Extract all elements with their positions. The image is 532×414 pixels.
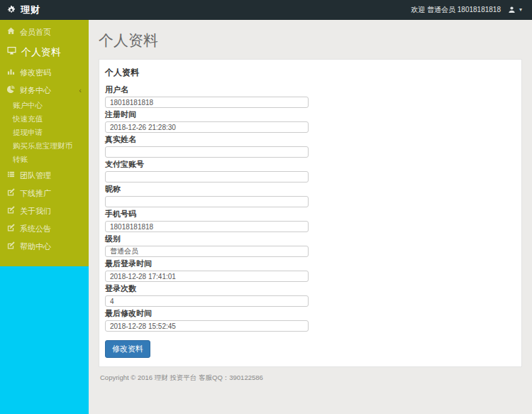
sidebar-subitem-transfer[interactable]: 转账 (0, 153, 89, 166)
sidebar-menu: 会员首页 个人资料 修改密码 财务中心 ‹ 账户中心 快速充值 提现申请 (0, 20, 89, 266)
edit-icon (7, 241, 15, 251)
sidebar-subitem-account-center[interactable]: 账户中心 (0, 99, 89, 112)
field-label: 登录次数 (105, 285, 516, 293)
real-name-field[interactable] (105, 146, 309, 158)
sidebar-item-help-center[interactable]: 帮助中心 (0, 237, 89, 255)
sidebar-item-label: 系统公告 (20, 224, 51, 233)
sidebar-item-label: 团队管理 (20, 171, 51, 180)
sidebar-item-about-us[interactable]: 关于我们 (0, 202, 89, 219)
form-group-register-time: 注册时间 (105, 111, 516, 133)
form-group-last-login-time: 最后登录时间 (105, 260, 516, 282)
sidebar-item-label: 下线推广 (20, 189, 51, 197)
sidebar-item-profile[interactable]: 个人资料 (0, 40, 89, 63)
username-field[interactable] (105, 97, 309, 108)
edit-icon (7, 188, 15, 197)
edit-icon (7, 224, 15, 233)
finance-submenu: 账户中心 快速充值 提现申请 购买乐息宝理财币 转账 (0, 99, 89, 166)
user-icon (508, 6, 516, 15)
form-group-phone-number: 手机号码 (105, 210, 516, 232)
sidebar-subitem-buy-wealth-coin[interactable]: 购买乐息宝理财币 (0, 139, 89, 153)
sidebar-item-downline-promotion[interactable]: 下线推广 (0, 184, 89, 202)
field-label: 昵称 (105, 185, 516, 193)
form-group-member-level: 级别 (105, 235, 516, 257)
login-count-field[interactable] (105, 295, 309, 307)
page-title: 个人资料 (99, 31, 522, 50)
sidebar: 会员首页 个人资料 修改密码 财务中心 ‹ 账户中心 快速充值 提现申请 (0, 20, 89, 414)
sidebar-item-label: 关于我们 (20, 207, 51, 215)
footer-text: Copyright © 2016 理财 投资平台 客服QQ：390122586 (99, 367, 522, 389)
caret-down-icon: ▾ (519, 7, 522, 13)
sidebar-subitem-quick-recharge[interactable]: 快速充值 (0, 112, 89, 126)
sidebar-item-label: 会员首页 (20, 28, 51, 36)
sidebar-item-label: 帮助中心 (20, 242, 51, 251)
gear-icon (7, 6, 16, 14)
home-icon (7, 27, 15, 36)
angle-left-icon: ‹ (79, 86, 82, 94)
sidebar-item-label: 快速充值 (13, 115, 43, 123)
sidebar-item-label: 账户中心 (13, 102, 43, 109)
nickname-field[interactable] (105, 196, 309, 207)
sidebar-item-label: 购买乐息宝理财币 (13, 142, 72, 150)
sidebar-item-label: 个人资料 (21, 47, 61, 58)
welcome-text: 欢迎 普通会员 18018181818 (411, 5, 501, 15)
sidebar-item-finance-center[interactable]: 财务中心 ‹ (0, 81, 89, 99)
sidebar-item-change-password[interactable]: 修改密码 (0, 63, 89, 81)
member-level-field[interactable] (105, 246, 309, 257)
sidebar-subitem-withdraw-request[interactable]: 提现申请 (0, 126, 89, 139)
bar-chart-icon (7, 67, 15, 77)
panel-title: 个人资料 (105, 67, 516, 79)
alipay-account-field[interactable] (105, 171, 309, 183)
sidebar-item-system-announcements[interactable]: 系统公告 (0, 219, 89, 237)
field-label: 注册时间 (105, 111, 516, 119)
pie-chart-icon (7, 85, 15, 94)
edit-icon (7, 206, 15, 215)
user-menu[interactable]: ▾ (508, 6, 522, 15)
topbar: 理财 欢迎 普通会员 18018181818 ▾ (0, 0, 532, 20)
form-group-username: 用户名 (105, 86, 516, 108)
field-label: 支付宝账号 (105, 160, 516, 168)
form-group-login-count: 登录次数 (105, 285, 516, 307)
field-label: 最后登录时间 (105, 260, 516, 268)
form-group-last-modified-time: 最后修改时间 (105, 310, 516, 332)
phone-number-field[interactable] (105, 221, 309, 232)
sidebar-item-member-home[interactable]: 会员首页 (0, 23, 89, 40)
modify-profile-button[interactable]: 修改资料 (105, 340, 150, 358)
brand-label: 理财 (21, 4, 40, 16)
field-label: 最后修改时间 (105, 310, 516, 317)
form-group-alipay-account: 支付宝账号 (105, 160, 516, 183)
sidebar-item-label: 财务中心 (20, 86, 51, 94)
main-content: 个人资料 个人资料 用户名 注册时间 真实姓名 支付宝账号 昵称 手机号码 级 (89, 20, 532, 414)
last-modified-time-field[interactable] (105, 320, 309, 332)
form-group-nickname: 昵称 (105, 185, 516, 207)
profile-panel: 个人资料 用户名 注册时间 真实姓名 支付宝账号 昵称 手机号码 级别 (99, 59, 522, 367)
field-label: 真实姓名 (105, 136, 516, 143)
last-login-time-field[interactable] (105, 271, 309, 282)
field-label: 手机号码 (105, 210, 516, 218)
field-label: 用户名 (105, 86, 516, 94)
register-time-field[interactable] (105, 121, 309, 133)
field-label: 级别 (105, 235, 516, 243)
brand[interactable]: 理财 (0, 0, 48, 20)
desktop-icon (7, 46, 16, 58)
sidebar-item-team-management[interactable]: 团队管理 (0, 166, 89, 184)
list-icon (7, 170, 15, 180)
sidebar-item-label: 修改密码 (20, 68, 51, 77)
sidebar-item-label: 转账 (13, 156, 28, 163)
form-group-real-name: 真实姓名 (105, 136, 516, 158)
sidebar-item-label: 提现申请 (13, 129, 43, 136)
